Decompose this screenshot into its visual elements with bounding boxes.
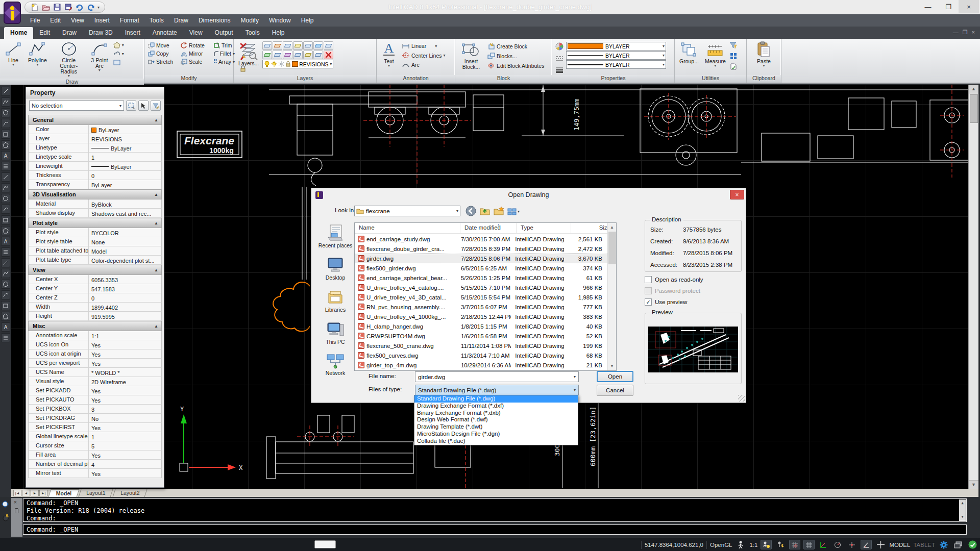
place-libraries[interactable]: Libraries [325,289,346,313]
copy-icon[interactable] [1,215,10,224]
print-icon[interactable]: A [1,322,10,332]
minimize-button[interactable]: — [918,0,938,13]
file-row[interactable]: U_drive_trolley_v4_3D_catal... 5/15/2015… [355,292,607,302]
property-row[interactable]: UCS icon at originYes [28,349,162,359]
menu-item[interactable]: Modify [236,15,263,26]
scroll-up-icon[interactable]: ▲ [969,85,978,93]
column-header-date[interactable]: Date modified [460,223,517,233]
insert-block-button[interactable]: Insert Block... [457,40,485,71]
linear-dimension-button[interactable]: Linear▾ [400,42,447,49]
close-command-icon[interactable]: × [14,499,17,505]
color-wheel-icon[interactable] [555,42,564,53]
place-this-pc[interactable]: This PC [326,321,345,345]
file-row[interactable]: flexcrane_doube_girder_cra... 7/28/2015 … [355,244,607,254]
circle-icon[interactable] [1,119,10,128]
property-row[interactable]: Plot styleBYCOLOR [28,228,162,237]
property-row[interactable]: Thickness0 [28,171,162,180]
file-name-combo[interactable]: girder.dwg▾ [415,371,579,382]
annotation-person-icon[interactable] [735,540,746,549]
mdi-restore-button[interactable]: ❐ [963,29,968,36]
place-desktop[interactable]: Desktop [326,257,346,281]
property-section-header[interactable]: 3D Visualisation▲ [28,189,162,199]
pan-zoom-icon[interactable] [1,500,10,509]
tablet-toggle[interactable]: TABLET [913,542,935,548]
spline-icon[interactable] [1,162,10,171]
property-row[interactable]: ColorByLayer [28,125,162,134]
filetype-option[interactable]: Drawing Template (*.dwt) [414,423,578,431]
scroll-down-icon[interactable]: ▼ [969,480,978,489]
layout-tab[interactable]: Layout1 [79,489,113,497]
circle-center-radius-button[interactable]: Circle Center-Radius▾ [51,40,87,79]
property-row[interactable]: Center Z0 [28,293,162,303]
polar-tracking-icon[interactable] [832,540,843,549]
snap-icon[interactable] [789,540,800,549]
property-row[interactable]: Set PICKADDYes [28,386,162,395]
menu-item[interactable]: File [26,15,44,26]
cascade-windows-icon[interactable] [952,540,964,549]
cancel-button[interactable]: Cancel [597,385,633,396]
property-row[interactable]: UCS Name* WORLD * [28,368,162,377]
mdi-close-button[interactable]: × [972,29,975,36]
layer-tool-icon[interactable] [273,51,282,59]
arc-dimension-button[interactable]: Arc [400,61,447,68]
ribbon-tab[interactable]: Help [266,27,291,39]
canvas-vertical-scrollbar[interactable]: ▲ ▼ [968,85,978,489]
last-layout-button[interactable]: ►| [39,490,47,496]
property-row[interactable]: LayerREVISIONS [28,134,162,143]
ortho-icon[interactable] [818,540,829,549]
menu-item[interactable]: Edit [45,15,65,26]
command-scrollbar[interactable]: ▲▼ [959,499,966,521]
pin-command-icon[interactable] [15,508,18,513]
filetype-option[interactable]: Collada file (*.dae) [414,438,578,445]
dimension-icon[interactable] [1,194,10,203]
edit-block-attributes-button[interactable]: Edit Block Attributes [486,62,546,69]
property-row[interactable]: Height919.5995 [28,312,162,321]
property-section-header[interactable]: Plot style▲ [28,218,162,228]
property-section-header[interactable]: Misc▲ [28,321,162,331]
property-row[interactable]: UCS per viewportYes [28,359,162,368]
ready-check-icon[interactable] [967,540,978,549]
column-header-name[interactable]: Name [355,223,460,233]
open-button[interactable]: Open [597,371,633,382]
layout-tab[interactable]: Layout2 [112,489,147,497]
copy-button[interactable]: Copy [146,50,178,57]
file-row[interactable]: flex500_girder.dwg 6/5/2015 6:25 AM Inte… [355,263,607,273]
filter-button[interactable] [729,41,737,51]
polyline-button[interactable]: Polyline▾ [26,40,50,67]
property-row[interactable]: Visual style2D Wireframe [28,377,162,386]
property-row[interactable]: Annotation scale1:1 [28,331,162,340]
auto-annotation-icon[interactable] [775,540,786,549]
color-combo[interactable]: BYLAYER▾ [566,42,666,51]
renderer-label[interactable]: OpenGL [710,542,732,548]
filetype-option[interactable]: Drawing Exchange Format (*.dxf) [414,403,578,410]
trim-button[interactable]: Trim [212,42,236,49]
fillet-button[interactable]: Fillet▾ [212,50,236,57]
ribbon-tab[interactable]: Tools [239,27,266,39]
dialog-title-bar[interactable]: Open Drawing [311,188,746,202]
property-row[interactable]: UCS icon OnYes [28,340,162,349]
resize-grip[interactable] [738,395,745,402]
file-row[interactable]: U_drive_trolley_v4_catalog.... 5/15/2015… [355,283,607,292]
property-row[interactable]: Set PICKDRAGNo [28,414,162,423]
blocks-icon[interactable] [1,301,10,310]
measure-button[interactable]: Measure▾ [702,40,728,68]
next-layout-button[interactable]: ► [31,490,39,496]
linetype-combo[interactable]: BYLAYER▾ [566,51,666,60]
menu-item[interactable]: Draw [169,15,193,26]
property-section-header[interactable]: View▲ [28,265,162,275]
prev-layout-button[interactable]: ◄ [22,490,30,496]
file-row[interactable]: RN_pvc_housing_assembly.... 3/7/2015 6:0… [355,302,607,312]
filetype-option[interactable]: Standard Drawing File (*.dwg) [414,395,578,403]
group-button[interactable]: Group... [677,40,701,65]
place-recent-places[interactable]: Recent places [318,224,353,248]
ribbon-tab[interactable]: Insert [119,27,146,39]
rectangle-icon[interactable] [1,140,10,149]
layout-tab[interactable]: Model [48,489,80,497]
restore-button[interactable]: ❐ [938,0,959,13]
scrollbar-thumb[interactable] [608,232,616,264]
file-row[interactable]: end_carriage_spherical_bear... 5/26/2015… [355,273,607,283]
command-history[interactable]: ▲▼ Command: _OPENFile Version: R18 (2004… [23,498,967,522]
dialog-close-button[interactable]: × [730,190,744,199]
move-icon[interactable] [1,205,10,214]
layer-tool-icon[interactable] [303,51,313,59]
